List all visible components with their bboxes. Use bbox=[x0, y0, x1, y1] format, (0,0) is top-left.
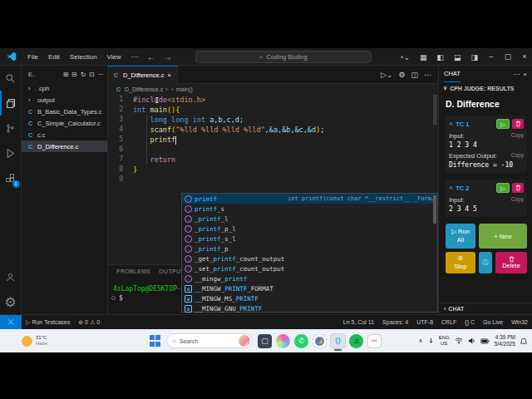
menu-edit[interactable]: Edit bbox=[43, 48, 65, 66]
whatsapp-taskbar-icon[interactable]: ✆ bbox=[294, 334, 308, 348]
copilot-taskbar-icon[interactable] bbox=[276, 334, 290, 348]
explorer-more-icon[interactable]: ⋯ bbox=[98, 71, 105, 78]
account-icon[interactable] bbox=[0, 264, 22, 289]
menu-file[interactable]: File bbox=[22, 48, 43, 66]
clock[interactable]: 4:39 PM 5/4/2025 bbox=[495, 334, 515, 347]
wifi-icon[interactable] bbox=[455, 337, 463, 344]
chevron-down-icon[interactable]: ∨ bbox=[443, 85, 447, 91]
chat-tab[interactable]: CHAT bbox=[444, 66, 461, 82]
settings-gear-icon[interactable]: ⚙ bbox=[0, 289, 22, 314]
language-indicator[interactable]: ENG US bbox=[439, 335, 450, 347]
restore-button[interactable]: ▢ bbox=[500, 48, 515, 66]
spotify-taskbar-icon[interactable]: ♫ bbox=[349, 334, 363, 348]
source-control-icon[interactable] bbox=[0, 116, 22, 140]
code-line-9[interactable]: 9 bbox=[108, 175, 438, 185]
chat-footer-section[interactable]: › CHAT bbox=[439, 303, 532, 314]
copy-button[interactable]: Copy bbox=[511, 132, 524, 140]
run-all-button[interactable]: ▷ Run All bbox=[446, 224, 475, 249]
file-item-output[interactable]: ›output bbox=[22, 94, 107, 106]
status-go-live[interactable]: Go Live bbox=[479, 319, 507, 325]
refresh-icon[interactable]: ↻ bbox=[81, 71, 86, 78]
taskbar-search[interactable]: ⌕ Search bbox=[166, 333, 253, 348]
code-line-3[interactable]: 3 long long int a,b,c,d; bbox=[108, 115, 438, 125]
toggle-auxbar-icon[interactable]: ◨ bbox=[466, 53, 482, 62]
file-item--cph[interactable]: ›.cph bbox=[22, 82, 107, 94]
files-taskbar-icon[interactable]: ▢ bbox=[258, 334, 272, 348]
search-activity-icon[interactable] bbox=[0, 66, 22, 91]
pen-icon[interactable] bbox=[428, 337, 434, 345]
remote-indicator[interactable]: ⤫ bbox=[0, 315, 22, 330]
suggest-item-printf[interactable]: ◦printfint printf(const char *__restrict… bbox=[182, 194, 437, 204]
extensions-icon[interactable]: 1 bbox=[0, 165, 22, 190]
tray-chevron-up-icon[interactable]: ∧ bbox=[419, 337, 423, 344]
menu-selection[interactable]: Selection bbox=[65, 48, 102, 66]
run-testcase-button[interactable]: ▷ bbox=[496, 183, 510, 193]
explorer-activity-icon[interactable] bbox=[0, 91, 22, 116]
intellisense-suggest-widget[interactable]: ◦printfint printf(const char *__restrict… bbox=[181, 193, 438, 313]
split-editor-icon[interactable]: ◫ bbox=[411, 71, 418, 79]
notification-bell-icon[interactable] bbox=[520, 337, 527, 345]
vscode-taskbar-icon[interactable]: ⟨⟩ bbox=[331, 334, 345, 348]
command-center-search[interactable]: ⌕ Coding Boding bbox=[195, 51, 372, 63]
suggest-item-__mingw_gnu_printf[interactable]: ≡__MINGW_GNU_PRINTF bbox=[182, 303, 437, 313]
nav-back-icon[interactable]: ← bbox=[143, 52, 160, 62]
status----c[interactable]: {} C bbox=[461, 319, 479, 325]
suggest-item-_printf_s_l[interactable]: ◦_printf_s_l bbox=[182, 234, 437, 244]
delete-testcase-button[interactable] bbox=[512, 119, 524, 129]
code-line-6[interactable]: 6 bbox=[108, 145, 438, 155]
suggest-item-__mingw_printf[interactable]: ◦__mingw_printf bbox=[182, 273, 437, 283]
tab-close-icon[interactable]: × bbox=[167, 71, 170, 79]
editor-more-icon[interactable]: ⋯ bbox=[424, 71, 431, 79]
status-crlf[interactable]: CRLF bbox=[437, 319, 461, 325]
file-item-b-basic-data-types-c[interactable]: CB_Basic_Data_Types.c bbox=[22, 106, 107, 117]
close-button[interactable]: × bbox=[517, 48, 532, 66]
suggest-item-_get_printf_count_output[interactable]: ◦_get_printf_count_output bbox=[182, 254, 437, 264]
testcase-header[interactable]: ∧TC 1▷ bbox=[449, 119, 524, 129]
start-button[interactable] bbox=[150, 335, 161, 347]
delete-testcase-button[interactable] bbox=[512, 183, 524, 193]
stop-button[interactable]: ⊘ Stop bbox=[446, 252, 475, 273]
run-file-icon[interactable]: ▷⌄ bbox=[381, 71, 392, 79]
suggest-item-_set_printf_count_output[interactable]: ◦_set_printf_count_output bbox=[182, 264, 437, 273]
status-win32[interactable]: Win32 bbox=[507, 319, 532, 325]
delete-all-button[interactable]: Delete bbox=[495, 252, 527, 273]
chrome-taskbar-icon[interactable] bbox=[313, 334, 327, 348]
cph-section-title[interactable]: CPH JUDGE: RESULTS bbox=[450, 86, 514, 91]
nav-forward-icon[interactable]: → bbox=[160, 52, 176, 62]
new-folder-icon[interactable]: ⊟ bbox=[72, 71, 77, 78]
info-button[interactable]: ⓘ bbox=[479, 252, 492, 273]
code-line-5[interactable]: 5 printf bbox=[108, 135, 438, 145]
layout-grid-icon[interactable]: ▦ bbox=[416, 53, 431, 62]
chevron-up-icon[interactable]: ∧ bbox=[449, 121, 453, 127]
new-testcase-button[interactable]: + New bbox=[479, 224, 527, 249]
weather-widget[interactable]: 31°C Haze bbox=[22, 335, 47, 347]
status-utf-8[interactable]: UTF-8 bbox=[412, 319, 437, 325]
suggest-item-_printf_l[interactable]: ◦_printf_l bbox=[182, 214, 437, 224]
code-line-8[interactable]: 8} bbox=[108, 165, 438, 175]
status-ln-5--col-11[interactable]: Ln 5, Col 11 bbox=[339, 319, 378, 325]
collapse-folders-icon[interactable]: ⊡ bbox=[89, 71, 94, 78]
battery-icon[interactable] bbox=[480, 338, 490, 344]
snipping-taskbar-icon[interactable]: ✂ bbox=[367, 334, 382, 348]
status-spaces--4[interactable]: Spaces: 4 bbox=[378, 319, 412, 325]
file-item-c-c[interactable]: Cc.c bbox=[22, 129, 107, 140]
file-item-c-simple-calculator-c[interactable]: CC_Simple_Calculator.c bbox=[22, 117, 107, 129]
suggest-item-__mingw_ms_printf[interactable]: ≡__MINGW_MS_PRINTF bbox=[182, 293, 437, 303]
code-line-4[interactable]: 4 scanf("%lld %lld %lld %lld",&a,&b,&c,&… bbox=[108, 125, 438, 135]
search-highlight-image[interactable] bbox=[239, 335, 250, 347]
suggest-item-_printf_p_l[interactable]: ◦_printf_p_l bbox=[182, 224, 437, 234]
copy-button[interactable]: Copy bbox=[511, 152, 524, 160]
editor-scrollbar[interactable] bbox=[433, 95, 437, 125]
volume-icon[interactable] bbox=[468, 337, 475, 344]
suggest-scrollbar[interactable] bbox=[433, 195, 436, 224]
code-area[interactable]: I 1#include<stdio.h>2int main(){3 long l… bbox=[108, 95, 438, 185]
suggest-item-printf_s[interactable]: ◦printf_s bbox=[182, 204, 437, 214]
suggest-item-__mingw_printf_format[interactable]: ≡__MINGW_PRINTF_FORMAT bbox=[182, 283, 437, 293]
run-testcases-button[interactable]: ▷ Run Testcases bbox=[22, 319, 74, 326]
menu-more[interactable]: ⋯ bbox=[126, 48, 143, 66]
toggle-sidebar-icon[interactable]: ◧ bbox=[432, 53, 448, 62]
aux-close-icon[interactable]: × bbox=[523, 71, 527, 78]
breadcrumb-file[interactable]: D_Difference.c bbox=[125, 86, 163, 92]
breadcrumb-symbol[interactable]: main() bbox=[176, 86, 193, 92]
toggle-panel-icon[interactable]: ⬓ bbox=[450, 53, 466, 62]
